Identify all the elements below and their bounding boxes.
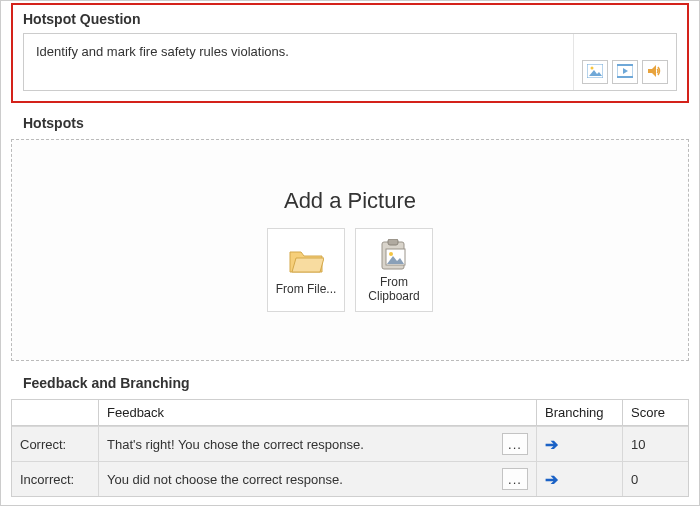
question-box: Identify and mark fire safety rules viol…	[23, 33, 677, 91]
header-branching: Branching	[536, 400, 622, 425]
row-label-correct: Correct:	[12, 427, 98, 461]
insert-image-button[interactable]	[582, 60, 608, 84]
add-picture-heading: Add a Picture	[284, 188, 416, 214]
header-score: Score	[622, 400, 688, 425]
header-blank	[12, 400, 98, 425]
feedback-text-incorrect[interactable]: You did not choose the correct response.	[107, 472, 496, 487]
feedback-options-button[interactable]: ...	[502, 468, 528, 490]
feedback-title: Feedback and Branching	[13, 369, 687, 395]
from-file-button[interactable]: From File...	[267, 228, 345, 312]
hotspot-question-panel: Hotspot Question Identify and mark fire …	[11, 3, 689, 103]
image-icon	[587, 64, 603, 81]
branching-button-incorrect[interactable]: ➔	[545, 470, 558, 489]
audio-icon	[647, 64, 663, 81]
row-label-incorrect: Incorrect:	[12, 462, 98, 496]
svg-point-11	[389, 252, 393, 256]
add-picture-buttons: From File... From Clipboard	[267, 228, 433, 312]
svg-rect-9	[388, 239, 398, 245]
from-clipboard-button[interactable]: From Clipboard	[355, 228, 433, 312]
media-toolbar	[573, 34, 676, 90]
insert-video-button[interactable]	[612, 60, 638, 84]
svg-marker-2	[589, 70, 602, 76]
video-icon	[617, 64, 633, 81]
table-row: Correct: That's right! You chose the cor…	[12, 426, 688, 461]
folder-icon	[286, 243, 326, 281]
from-clipboard-label: From Clipboard	[368, 276, 419, 304]
header-feedback: Feedback	[98, 400, 536, 425]
feedback-header-row: Feedback Branching Score	[12, 400, 688, 426]
hotspots-title: Hotspots	[13, 109, 687, 135]
table-row: Incorrect: You did not choose the correc…	[12, 461, 688, 496]
question-text-input[interactable]: Identify and mark fire safety rules viol…	[24, 34, 573, 90]
hotspots-canvas: Add a Picture From File... From Clipboar…	[11, 139, 689, 361]
from-file-label: From File...	[276, 283, 337, 297]
branching-button-correct[interactable]: ➔	[545, 435, 558, 454]
score-input-incorrect[interactable]: 0	[631, 472, 638, 487]
insert-audio-button[interactable]	[642, 60, 668, 84]
feedback-table: Feedback Branching Score Correct: That's…	[11, 399, 689, 497]
svg-marker-6	[623, 68, 628, 74]
score-input-correct[interactable]: 10	[631, 437, 645, 452]
clipboard-icon	[374, 236, 414, 274]
hotspots-section: Hotspots	[1, 109, 699, 135]
hotspot-question-title: Hotspot Question	[13, 5, 687, 29]
feedback-section: Feedback and Branching	[1, 361, 699, 395]
svg-point-1	[591, 66, 594, 69]
feedback-text-correct[interactable]: That's right! You chose the correct resp…	[107, 437, 496, 452]
svg-rect-5	[617, 76, 633, 78]
feedback-options-button[interactable]: ...	[502, 433, 528, 455]
svg-marker-7	[648, 65, 656, 77]
svg-rect-4	[617, 64, 633, 66]
